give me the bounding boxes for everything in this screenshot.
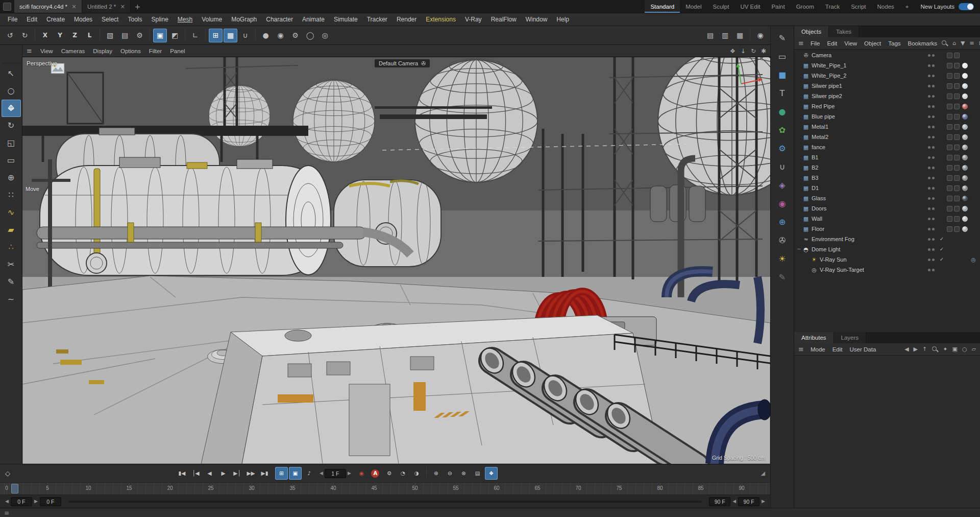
autokey-selection-toggle[interactable]: ▣ (289, 467, 302, 480)
tag-icon[interactable] (947, 216, 952, 222)
perspective-mode-icon[interactable]: ▣ (153, 29, 167, 42)
refresh-icon[interactable]: ↻ (751, 48, 756, 54)
material-thumbnail[interactable] (962, 154, 968, 161)
layout-single-icon[interactable]: ▤ (703, 29, 717, 42)
object-row[interactable]: − ▦ Blue pipe ✓ ◎ (794, 111, 980, 122)
tag-icon[interactable] (954, 145, 960, 150)
menu-item[interactable]: V-Ray (460, 13, 486, 26)
record-button[interactable]: ◉ (355, 467, 368, 480)
menu-item[interactable]: File (3, 13, 22, 26)
menu-item[interactable]: Volume (197, 13, 227, 26)
material-thumbnail[interactable] (962, 62, 968, 69)
visibility-dots[interactable] (928, 167, 938, 169)
knife-tool-icon[interactable]: ✂ (2, 256, 21, 273)
history-forward-icon[interactable]: ▶ (914, 346, 918, 352)
tag-icon[interactable] (954, 206, 960, 212)
preview-end-field[interactable]: 90 F (709, 497, 730, 506)
object-label[interactable]: Silwer pipe2 (812, 93, 842, 99)
lasso-select-icon[interactable]: ○ (2, 82, 21, 100)
visibility-dots[interactable] (928, 258, 938, 261)
tag-icon[interactable] (954, 196, 960, 201)
new-layouts-toggle[interactable] (959, 3, 974, 10)
visibility-dots[interactable] (928, 146, 938, 149)
menu-item[interactable]: Render (392, 13, 421, 26)
visibility-dots[interactable] (928, 115, 938, 118)
material-thumbnail[interactable] (962, 185, 968, 192)
panel-menu-icon[interactable]: ≡ (798, 346, 804, 353)
object-row[interactable]: − ✇ Camera ✓ ◎ (794, 50, 980, 60)
layout-tab[interactable]: Nodes (872, 0, 900, 13)
viewport-3d[interactable]: Perspective Default Camera ✇ Move Grid S… (22, 57, 770, 464)
object-row[interactable]: − ◓ Dome Light ✓ ◎ (794, 244, 980, 254)
tag-icon[interactable] (947, 93, 952, 99)
next-frame-button[interactable]: ▶│ (231, 467, 243, 480)
material-thumbnail[interactable] (962, 205, 968, 212)
menu-item[interactable]: Spline (146, 13, 173, 26)
visibility-dots[interactable] (928, 238, 938, 241)
visibility-dots[interactable] (928, 207, 938, 210)
frame-decrement-icon[interactable]: ◀ (320, 471, 323, 476)
state-icon[interactable]: ○ (962, 346, 967, 352)
object-label[interactable]: Camera (812, 52, 831, 58)
material-thumbnail[interactable] (962, 124, 968, 130)
tag-icon[interactable] (954, 104, 960, 109)
object-row[interactable]: − ▦ Glass ✓ ◎ (794, 193, 980, 203)
plane-icon[interactable]: ▭ (773, 48, 792, 66)
layout-quad-icon[interactable]: ▦ (733, 29, 747, 42)
visibility-dots[interactable] (928, 187, 938, 190)
tag-icon[interactable] (947, 165, 952, 171)
key-position-icon[interactable]: ⊕ (430, 467, 443, 480)
viewport-camera-label[interactable]: Default Camera ✇ (375, 59, 430, 67)
playhead[interactable] (11, 484, 18, 494)
redo-icon[interactable]: ↻ (18, 29, 32, 42)
layout-tab[interactable]: UV Edit (734, 0, 766, 13)
close-icon[interactable]: × (71, 4, 77, 10)
search-icon[interactable] (932, 346, 938, 353)
viewport-view-label[interactable]: Perspective (27, 60, 57, 66)
object-row[interactable]: − ☀ V-Ray Sun ✓ ◎ (794, 254, 980, 265)
material-thumbnail[interactable] (962, 175, 968, 181)
object-label[interactable]: B1 (812, 154, 818, 160)
enabled-check-icon[interactable]: ✓ (938, 257, 945, 262)
visibility-dots[interactable] (928, 177, 938, 179)
object-row[interactable]: − ▦ Floor ✓ ◎ (794, 224, 980, 234)
playback-rate-icon[interactable]: ◔ (397, 467, 409, 480)
tag-icon[interactable] (954, 73, 960, 79)
tag-icon[interactable] (947, 124, 952, 130)
object-label[interactable]: fance (812, 144, 825, 150)
gear-icon[interactable]: ⚙ (773, 139, 792, 158)
viewport-menu-item[interactable]: Display (89, 48, 116, 54)
deformer-icon[interactable]: ◈ (773, 176, 792, 195)
visibility-dots[interactable] (928, 156, 938, 159)
tag-icon[interactable] (954, 226, 960, 232)
material-thumbnail[interactable] (962, 195, 968, 202)
visibility-dots[interactable] (928, 218, 938, 220)
object-row[interactable]: − ▦ Silwer pipe1 ✓ ◎ (794, 81, 980, 91)
keyframe-marker-icon[interactable]: ◇ (5, 470, 10, 477)
timeline-ruler[interactable]: 0 5 10 15 20 25 30 35 (0, 482, 770, 495)
key-parameter-icon[interactable]: ▤ (471, 467, 484, 480)
play-button[interactable]: ▶ (217, 467, 230, 480)
sound-toggle[interactable]: ♪ (303, 467, 315, 480)
hud-icon[interactable]: ◑ (410, 467, 423, 480)
new-document-button[interactable]: + (131, 0, 144, 13)
cloth-icon[interactable]: ◯ (303, 29, 317, 42)
object-label[interactable]: Dome Light (812, 246, 840, 252)
menu-item[interactable]: Window (521, 13, 552, 26)
material-preview-icon[interactable]: ◉ (753, 29, 767, 42)
tag-icon[interactable] (947, 83, 952, 89)
panel-menu-item[interactable]: Edit (823, 40, 841, 46)
move-tool-icon[interactable] (2, 100, 21, 117)
object-row[interactable]: − ▦ Doors ✓ ◎ (794, 203, 980, 214)
lock-icon[interactable]: ▣ (952, 346, 958, 352)
tag-icon[interactable] (947, 63, 952, 68)
preview-start-field[interactable]: 0 F (40, 497, 61, 506)
tag-icon[interactable] (947, 104, 952, 109)
document-tab[interactable]: Untitled 2 * × (82, 0, 131, 13)
tag-icon[interactable] (947, 73, 952, 79)
pan-hand-icon[interactable]: ❖ (730, 48, 736, 54)
rotate-tool-icon[interactable]: ↻ (2, 117, 21, 134)
view-options-icon[interactable]: ✱ (761, 48, 766, 54)
object-label[interactable]: B3 (812, 175, 818, 181)
polygons-mode-icon[interactable]: ▰ (2, 221, 21, 239)
